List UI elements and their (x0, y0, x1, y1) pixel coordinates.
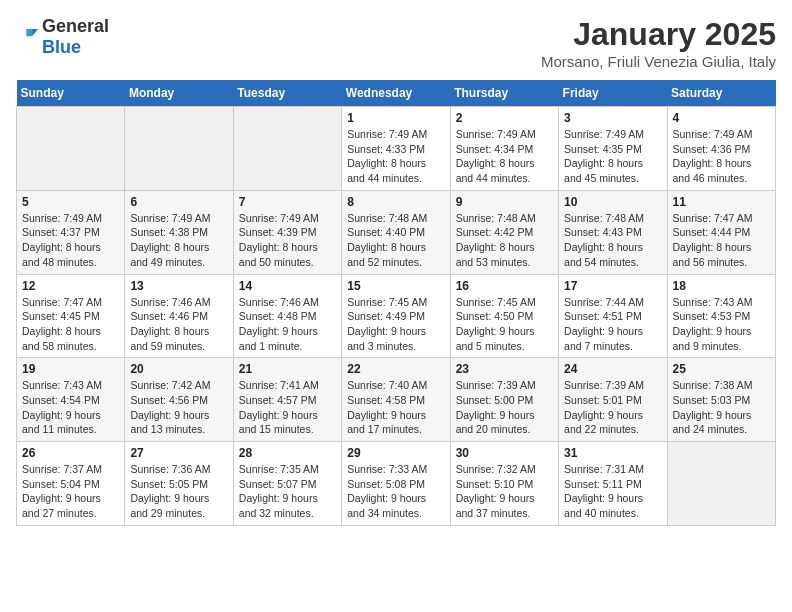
calendar-week-row: 1Sunrise: 7:49 AM Sunset: 4:33 PM Daylig… (17, 107, 776, 191)
calendar-cell: 19Sunrise: 7:43 AM Sunset: 4:54 PM Dayli… (17, 358, 125, 442)
calendar-cell: 20Sunrise: 7:42 AM Sunset: 4:56 PM Dayli… (125, 358, 233, 442)
day-number: 7 (239, 195, 336, 209)
day-number: 28 (239, 446, 336, 460)
calendar-week-row: 12Sunrise: 7:47 AM Sunset: 4:45 PM Dayli… (17, 274, 776, 358)
title-section: January 2025 Morsano, Friuli Venezia Giu… (541, 16, 776, 70)
day-number: 16 (456, 279, 553, 293)
calendar-cell: 5Sunrise: 7:49 AM Sunset: 4:37 PM Daylig… (17, 190, 125, 274)
day-info: Sunrise: 7:36 AM Sunset: 5:05 PM Dayligh… (130, 462, 227, 521)
calendar-cell: 7Sunrise: 7:49 AM Sunset: 4:39 PM Daylig… (233, 190, 341, 274)
day-number: 13 (130, 279, 227, 293)
logo-blue-text: Blue (42, 37, 81, 57)
day-number: 1 (347, 111, 444, 125)
day-info: Sunrise: 7:47 AM Sunset: 4:45 PM Dayligh… (22, 295, 119, 354)
day-number: 17 (564, 279, 661, 293)
day-number: 24 (564, 362, 661, 376)
day-number: 4 (673, 111, 770, 125)
weekday-header-wednesday: Wednesday (342, 80, 450, 107)
day-info: Sunrise: 7:48 AM Sunset: 4:40 PM Dayligh… (347, 211, 444, 270)
day-info: Sunrise: 7:49 AM Sunset: 4:34 PM Dayligh… (456, 127, 553, 186)
day-info: Sunrise: 7:48 AM Sunset: 4:42 PM Dayligh… (456, 211, 553, 270)
weekday-header-sunday: Sunday (17, 80, 125, 107)
day-number: 10 (564, 195, 661, 209)
calendar-cell: 1Sunrise: 7:49 AM Sunset: 4:33 PM Daylig… (342, 107, 450, 191)
day-info: Sunrise: 7:32 AM Sunset: 5:10 PM Dayligh… (456, 462, 553, 521)
calendar-cell: 24Sunrise: 7:39 AM Sunset: 5:01 PM Dayli… (559, 358, 667, 442)
day-number: 20 (130, 362, 227, 376)
day-info: Sunrise: 7:43 AM Sunset: 4:53 PM Dayligh… (673, 295, 770, 354)
calendar-cell (667, 442, 775, 526)
calendar-week-row: 19Sunrise: 7:43 AM Sunset: 4:54 PM Dayli… (17, 358, 776, 442)
calendar-cell: 28Sunrise: 7:35 AM Sunset: 5:07 PM Dayli… (233, 442, 341, 526)
day-info: Sunrise: 7:46 AM Sunset: 4:46 PM Dayligh… (130, 295, 227, 354)
weekday-header-friday: Friday (559, 80, 667, 107)
day-number: 21 (239, 362, 336, 376)
calendar-cell: 16Sunrise: 7:45 AM Sunset: 4:50 PM Dayli… (450, 274, 558, 358)
day-info: Sunrise: 7:38 AM Sunset: 5:03 PM Dayligh… (673, 378, 770, 437)
day-number: 25 (673, 362, 770, 376)
calendar-cell: 15Sunrise: 7:45 AM Sunset: 4:49 PM Dayli… (342, 274, 450, 358)
day-number: 5 (22, 195, 119, 209)
day-info: Sunrise: 7:49 AM Sunset: 4:39 PM Dayligh… (239, 211, 336, 270)
calendar-cell: 4Sunrise: 7:49 AM Sunset: 4:36 PM Daylig… (667, 107, 775, 191)
day-number: 31 (564, 446, 661, 460)
day-info: Sunrise: 7:35 AM Sunset: 5:07 PM Dayligh… (239, 462, 336, 521)
page-header: General Blue January 2025 Morsano, Friul… (16, 16, 776, 70)
day-number: 2 (456, 111, 553, 125)
calendar-table: SundayMondayTuesdayWednesdayThursdayFrid… (16, 80, 776, 526)
day-number: 14 (239, 279, 336, 293)
calendar-cell: 25Sunrise: 7:38 AM Sunset: 5:03 PM Dayli… (667, 358, 775, 442)
calendar-cell (125, 107, 233, 191)
calendar-cell: 21Sunrise: 7:41 AM Sunset: 4:57 PM Dayli… (233, 358, 341, 442)
weekday-header-monday: Monday (125, 80, 233, 107)
calendar-cell: 31Sunrise: 7:31 AM Sunset: 5:11 PM Dayli… (559, 442, 667, 526)
calendar-cell: 22Sunrise: 7:40 AM Sunset: 4:58 PM Dayli… (342, 358, 450, 442)
svg-marker-0 (32, 29, 38, 36)
day-number: 15 (347, 279, 444, 293)
calendar-subtitle: Morsano, Friuli Venezia Giulia, Italy (541, 53, 776, 70)
calendar-cell: 11Sunrise: 7:47 AM Sunset: 4:44 PM Dayli… (667, 190, 775, 274)
day-number: 30 (456, 446, 553, 460)
calendar-cell: 29Sunrise: 7:33 AM Sunset: 5:08 PM Dayli… (342, 442, 450, 526)
day-info: Sunrise: 7:44 AM Sunset: 4:51 PM Dayligh… (564, 295, 661, 354)
day-number: 23 (456, 362, 553, 376)
calendar-cell (17, 107, 125, 191)
calendar-cell: 2Sunrise: 7:49 AM Sunset: 4:34 PM Daylig… (450, 107, 558, 191)
calendar-cell: 8Sunrise: 7:48 AM Sunset: 4:40 PM Daylig… (342, 190, 450, 274)
day-number: 12 (22, 279, 119, 293)
day-info: Sunrise: 7:41 AM Sunset: 4:57 PM Dayligh… (239, 378, 336, 437)
calendar-cell: 17Sunrise: 7:44 AM Sunset: 4:51 PM Dayli… (559, 274, 667, 358)
day-info: Sunrise: 7:49 AM Sunset: 4:36 PM Dayligh… (673, 127, 770, 186)
day-info: Sunrise: 7:39 AM Sunset: 5:01 PM Dayligh… (564, 378, 661, 437)
day-info: Sunrise: 7:39 AM Sunset: 5:00 PM Dayligh… (456, 378, 553, 437)
calendar-cell (233, 107, 341, 191)
day-number: 19 (22, 362, 119, 376)
day-info: Sunrise: 7:47 AM Sunset: 4:44 PM Dayligh… (673, 211, 770, 270)
weekday-header-saturday: Saturday (667, 80, 775, 107)
logo-icon (16, 26, 38, 48)
day-number: 8 (347, 195, 444, 209)
day-info: Sunrise: 7:31 AM Sunset: 5:11 PM Dayligh… (564, 462, 661, 521)
calendar-cell: 10Sunrise: 7:48 AM Sunset: 4:43 PM Dayli… (559, 190, 667, 274)
weekday-header-row: SundayMondayTuesdayWednesdayThursdayFrid… (17, 80, 776, 107)
calendar-week-row: 5Sunrise: 7:49 AM Sunset: 4:37 PM Daylig… (17, 190, 776, 274)
calendar-cell: 27Sunrise: 7:36 AM Sunset: 5:05 PM Dayli… (125, 442, 233, 526)
day-number: 9 (456, 195, 553, 209)
day-info: Sunrise: 7:46 AM Sunset: 4:48 PM Dayligh… (239, 295, 336, 354)
day-info: Sunrise: 7:43 AM Sunset: 4:54 PM Dayligh… (22, 378, 119, 437)
day-info: Sunrise: 7:37 AM Sunset: 5:04 PM Dayligh… (22, 462, 119, 521)
day-number: 11 (673, 195, 770, 209)
svg-marker-1 (26, 29, 32, 36)
day-info: Sunrise: 7:49 AM Sunset: 4:35 PM Dayligh… (564, 127, 661, 186)
calendar-cell: 3Sunrise: 7:49 AM Sunset: 4:35 PM Daylig… (559, 107, 667, 191)
logo-general-text: General (42, 16, 109, 36)
calendar-cell: 30Sunrise: 7:32 AM Sunset: 5:10 PM Dayli… (450, 442, 558, 526)
weekday-header-tuesday: Tuesday (233, 80, 341, 107)
day-info: Sunrise: 7:49 AM Sunset: 4:37 PM Dayligh… (22, 211, 119, 270)
day-number: 27 (130, 446, 227, 460)
day-info: Sunrise: 7:45 AM Sunset: 4:50 PM Dayligh… (456, 295, 553, 354)
calendar-cell: 9Sunrise: 7:48 AM Sunset: 4:42 PM Daylig… (450, 190, 558, 274)
calendar-week-row: 26Sunrise: 7:37 AM Sunset: 5:04 PM Dayli… (17, 442, 776, 526)
logo: General Blue (16, 16, 109, 58)
calendar-cell: 26Sunrise: 7:37 AM Sunset: 5:04 PM Dayli… (17, 442, 125, 526)
